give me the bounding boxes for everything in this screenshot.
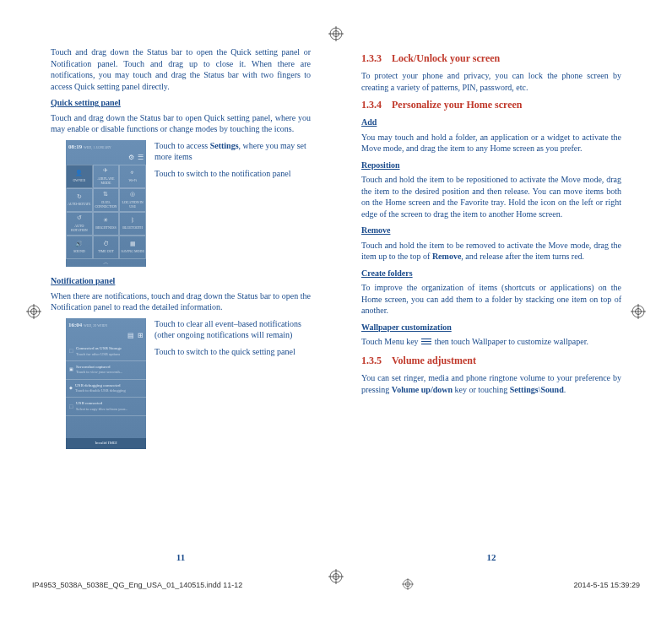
page-number-left: 11: [51, 544, 311, 564]
page-11: Touch and drag down the Status bar to op…: [51, 46, 311, 564]
phone-mock-quick-settings: 08:19 WED, 1 JANUARY ⚙☰ 👤OWNER ✈AIRPLANE…: [66, 140, 146, 268]
footer-filename: IP4953_5038A_5038E_QG_Eng_USA_01_140515.…: [32, 580, 242, 590]
wifi-icon: ᯤ: [130, 170, 136, 177]
usb-connected-icon: ⬚: [69, 404, 73, 409]
location-icon: ◎: [130, 191, 135, 198]
page-number-right: 12: [361, 544, 621, 564]
registration-mark-top: [328, 26, 344, 41]
notif-callout-clear: Touch to clear all event–based notificat…: [154, 318, 311, 341]
create-folders-body: To improve the organization of items (sh…: [361, 282, 621, 317]
registration-mark-left: [26, 304, 41, 319]
footer-timestamp: 2014-5-15 15:39:29: [573, 580, 640, 590]
quick-setting-panel-heading: Quick setting panel: [51, 97, 311, 109]
add-body: You may touch and hold a folder, an appl…: [361, 132, 621, 154]
rotate-icon: ↻: [77, 193, 82, 201]
page-12: 1.3.3Lock/Unlock your screen To protect …: [361, 46, 621, 564]
bluetooth-icon: ᛒ: [131, 217, 134, 225]
mock-time: 08:19: [68, 144, 82, 150]
avatar-icon: 👤: [75, 170, 83, 177]
sound-icon: 🔊: [75, 241, 83, 248]
create-folders-heading: Create folders: [361, 268, 621, 279]
data-icon: ⇅: [103, 191, 108, 198]
reposition-heading: Reposition: [361, 160, 621, 171]
remove-heading: Remove: [361, 225, 621, 236]
reposition-body: Touch and hold the item to be reposition…: [361, 174, 621, 219]
footer-registration-icon: [402, 578, 414, 593]
mock-footer: Invalid IMEI: [66, 438, 146, 449]
notification-panel-heading: Notification panel: [51, 275, 311, 287]
page-spread: Touch and drag down the Status bar to op…: [51, 46, 621, 564]
section-1-3-3-body: To protect your phone and privacy, you c…: [361, 70, 621, 93]
mock2-date: WED, 29 WHEN: [84, 323, 107, 328]
chevron-up-icon: ︿: [66, 259, 146, 267]
intro-paragraph: Touch and drag down the Status bar to op…: [51, 46, 311, 92]
grid-icon: ⊞: [138, 332, 144, 341]
brightness-icon: ☀: [103, 217, 108, 225]
notification-figure: 16:04 WED, 29 WHEN ▤⊞ ⬚Connected as USB …: [66, 318, 311, 449]
usb-icon: ⬚: [69, 349, 73, 354]
remove-body: Touch and hold the item to be removed to…: [361, 240, 621, 263]
notification-panel-body: When there are notifications, touch and …: [51, 290, 311, 313]
registration-mark-right: [631, 304, 646, 319]
settings-icon: ⚙: [128, 154, 134, 163]
airplane-icon: ✈: [103, 167, 108, 175]
debug-icon: ◆: [69, 386, 73, 391]
section-1-3-3-title: 1.3.3Lock/Unlock your screen: [361, 51, 621, 65]
phone-mock-notifications: 16:04 WED, 29 WHEN ▤⊞ ⬚Connected as USB …: [66, 318, 146, 449]
qsp-callout-settings: Touch to access Settings, where you may …: [154, 140, 311, 163]
quick-setting-panel-body: Touch and drag down the Status bar to op…: [51, 112, 311, 135]
quick-settings-grid: 👤OWNER ✈AIRPLANE MODE ᯤWi-Fi ↻AUTO-ROTAT…: [66, 165, 146, 259]
clear-icon: ▤: [127, 332, 134, 341]
wallpaper-body: Touch Menu key then touch Wallpaper to c…: [361, 336, 621, 348]
grid-icon: ☰: [138, 154, 144, 163]
add-heading: Add: [361, 116, 621, 128]
quick-setting-figure: 08:19 WED, 1 JANUARY ⚙☰ 👤OWNER ✈AIRPLANE…: [66, 140, 311, 268]
notif-callout-switch: Touch to switch to the quick setting pan…: [154, 346, 311, 358]
print-footer: IP4953_5038A_5038E_QG_Eng_USA_01_140515.…: [32, 578, 640, 593]
mock-date: WED, 1 JANUARY: [84, 145, 111, 149]
auto-icon: ↺: [77, 214, 82, 222]
section-1-3-4-title: 1.3.4Personalize your Home screen: [361, 98, 621, 111]
battery-icon: ▦: [130, 241, 136, 248]
menu-key-icon: [420, 337, 432, 349]
screenshot-icon: ▣: [69, 367, 73, 372]
wallpaper-heading: Wallpaper customization: [361, 322, 621, 333]
timeout-icon: ⏱: [103, 241, 109, 248]
qsp-callout-switch: Touch to switch to the notification pane…: [154, 168, 311, 180]
section-1-3-5-title: 1.3.5Volume adjustment: [361, 354, 621, 367]
mock2-time: 16:04: [68, 322, 82, 328]
section-1-3-5-body: You can set ringer, media and phone ring…: [361, 372, 621, 395]
